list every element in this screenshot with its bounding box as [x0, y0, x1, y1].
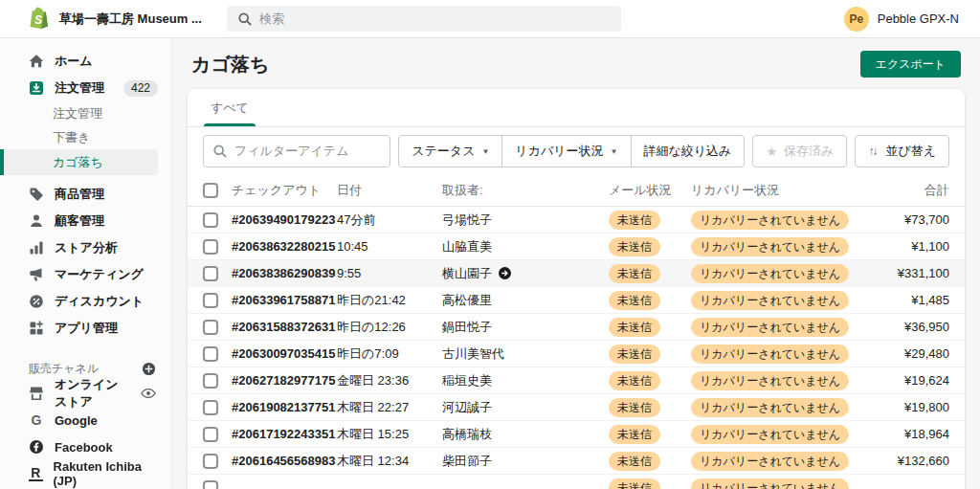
- sidebar-item-marketing[interactable]: マーケティング: [0, 261, 171, 288]
- status-filter-button[interactable]: ステータス ▼: [398, 135, 502, 167]
- recovery-status-badge: リカバリーされていません: [691, 318, 849, 337]
- select-all-checkbox[interactable]: [203, 183, 218, 198]
- checkout-id[interactable]: #20633961758871: [232, 293, 337, 307]
- filter-placeholder: フィルターアイテム: [234, 143, 348, 160]
- checkout-date: 昨日の12:26: [337, 319, 442, 336]
- checkout-date: 9:55: [337, 266, 442, 280]
- recovery-status-badge: リカバリーされていません: [691, 345, 849, 364]
- storefront-icon: [29, 386, 44, 401]
- customers-icon: [29, 213, 44, 229]
- row-total: ¥36,950: [871, 320, 949, 334]
- checkout-id[interactable]: #20638386290839: [232, 266, 337, 280]
- avatar: Pe: [844, 7, 869, 32]
- staff-name: 横山園子: [442, 265, 492, 282]
- email-status-badge: 未送信: [609, 425, 660, 444]
- table-row[interactable]: #20638632280215 10:45 山脇直美 未送信 リカバリーされてい…: [188, 233, 965, 260]
- tab-all[interactable]: すべて: [197, 89, 262, 126]
- filter-search-icon: [213, 144, 227, 158]
- table-row[interactable]: #20627182977175 金曜日 23:36 稲垣史美 未送信 リカバリー…: [188, 367, 965, 394]
- filter-button-group: ステータス ▼ リカバリー状況 ▼ 詳細な絞り込み: [398, 135, 745, 167]
- sort-button[interactable]: ↑↓ 並び替え: [855, 135, 949, 167]
- tab-bar: すべて: [188, 89, 965, 127]
- orders-count-badge: 422: [123, 80, 158, 97]
- row-checkbox[interactable]: [203, 454, 218, 469]
- table-row[interactable]: #20630097035415 昨日の7:09 古川美智代 未送信 リカバリーさ…: [188, 341, 965, 367]
- checkout-id[interactable]: #20631588372631: [232, 320, 337, 334]
- analytics-icon: [29, 240, 44, 256]
- checkout-date: 昨日の21:42: [337, 292, 442, 309]
- filter-bar: フィルターアイテム ステータス ▼ リカバリー状況 ▼ 詳細な絞り込み ★ 保存…: [188, 127, 965, 175]
- checkout-date: 木曜日 15:25: [337, 426, 442, 443]
- checkout-id[interactable]: #20617192243351: [232, 427, 337, 441]
- staff-name: 柴田節子: [442, 453, 492, 470]
- checkout-date: 10:45: [337, 239, 442, 254]
- sidebar-item-analytics[interactable]: ストア分析: [0, 234, 171, 261]
- facebook-icon: [29, 439, 44, 455]
- export-button[interactable]: エクスポート: [860, 51, 961, 78]
- sidebar-item-label: Rakuten Ichiba (JP): [54, 459, 158, 488]
- row-checkbox[interactable]: [203, 480, 218, 489]
- table-row[interactable]: #20631588372631 昨日の12:26 鍋田悦子 未送信 リカバリーさ…: [188, 314, 965, 341]
- checkout-id[interactable]: #20627182977175: [232, 373, 337, 388]
- table-row[interactable]: #20633961758871 昨日の21:42 高松優里 未送信 リカバリーさ…: [188, 287, 965, 314]
- store-name: 草場一壽工房 Museum ...: [59, 11, 202, 28]
- email-status-badge: 未送信: [609, 291, 660, 310]
- sidebar-item-customers[interactable]: 顧客管理: [0, 208, 171, 234]
- table-row[interactable]: 未送信 リカバリーされていません: [188, 475, 965, 489]
- checkout-id[interactable]: #20630097035415: [232, 346, 337, 361]
- sidebar-subitem-orders[interactable]: 注文管理: [0, 101, 171, 125]
- global-search-input[interactable]: 検索: [227, 6, 621, 32]
- col-header-date[interactable]: 日付: [337, 182, 442, 199]
- star-icon: ★: [766, 144, 777, 159]
- store-switcher[interactable]: S 草場一壽工房 Museum ...: [0, 7, 227, 32]
- checkout-id[interactable]: #20616456568983: [232, 454, 337, 468]
- sidebar-item-facebook[interactable]: Facebook: [0, 433, 171, 460]
- recovery-status-filter-button[interactable]: リカバリー状況 ▼: [501, 135, 631, 167]
- table-row[interactable]: #20639490179223 47分前 弓場悦子 未送信 リカバリーされていま…: [188, 207, 965, 233]
- email-status-badge: 未送信: [609, 371, 660, 390]
- sidebar-item-apps[interactable]: アプリ管理: [0, 315, 171, 342]
- sidebar-item-products[interactable]: 商品管理: [0, 181, 171, 208]
- view-store-eye-icon[interactable]: [141, 388, 156, 399]
- sidebar-item-online-store[interactable]: オンラインストア: [0, 380, 171, 407]
- row-checkbox[interactable]: [203, 320, 218, 335]
- row-checkbox[interactable]: [203, 266, 218, 281]
- checkout-id[interactable]: #20619082137751: [232, 400, 337, 414]
- checkout-id[interactable]: #20638632280215: [232, 239, 337, 254]
- sidebar-item-discounts[interactable]: ディスカウント: [0, 288, 171, 315]
- col-header-total: 合計: [871, 182, 949, 199]
- google-icon: G: [29, 412, 44, 428]
- filter-items-input[interactable]: フィルターアイテム: [203, 135, 390, 167]
- add-channel-plus-icon[interactable]: [142, 362, 156, 376]
- page-title: カゴ落ち: [191, 52, 269, 78]
- row-total: ¥18,964: [871, 427, 949, 441]
- row-checkbox[interactable]: [203, 293, 218, 308]
- sidebar-subitem-drafts[interactable]: 下書き: [0, 125, 171, 149]
- row-checkbox[interactable]: [203, 373, 218, 389]
- table-row[interactable]: #20638386290839 9:55 横山園子 未送信 リカバリーされていま…: [188, 260, 965, 287]
- row-checkbox[interactable]: [203, 400, 218, 415]
- row-checkbox[interactable]: [203, 427, 218, 442]
- row-checkbox[interactable]: [203, 239, 218, 255]
- sidebar-item-label: 顧客管理: [55, 212, 104, 230]
- email-status-badge: 未送信: [609, 478, 660, 489]
- row-checkbox[interactable]: [203, 346, 218, 362]
- checkout-id[interactable]: #20639490179223: [232, 212, 337, 227]
- apps-icon: [29, 321, 44, 336]
- table-row[interactable]: #20616456568983 木曜日 12:34 柴田節子 未送信 リカバリー…: [188, 448, 965, 475]
- table-row[interactable]: #20617192243351 木曜日 15:25 高橋瑞枝 未送信 リカバリー…: [188, 421, 965, 448]
- sidebar-item-rakuten[interactable]: R Rakuten Ichiba (JP): [0, 460, 171, 487]
- sidebar-item-home[interactable]: ホーム: [0, 48, 171, 75]
- col-header-staff: 取扱者:: [442, 182, 609, 199]
- sidebar-item-google[interactable]: G Google: [0, 407, 171, 433]
- row-total: ¥19,624: [871, 373, 949, 388]
- sidebar-subitem-abandoned-checkouts[interactable]: カゴ落ち: [0, 149, 158, 175]
- table-header-row: チェックアウト 日付 取扱者: メール状況 リカバリー状況 合計: [188, 175, 965, 207]
- sidebar-item-label: 商品管理: [55, 186, 104, 203]
- row-checkbox[interactable]: [203, 212, 218, 228]
- advanced-filter-button[interactable]: 詳細な絞り込み: [631, 135, 746, 167]
- col-header-checkout[interactable]: チェックアウト: [232, 182, 337, 199]
- table-row[interactable]: #20619082137751 木曜日 22:27 河辺誠子 未送信 リカバリー…: [188, 394, 965, 421]
- user-menu[interactable]: Pe Pebble GPX-N: [844, 7, 959, 32]
- sidebar-item-orders[interactable]: 注文管理 422: [0, 75, 171, 101]
